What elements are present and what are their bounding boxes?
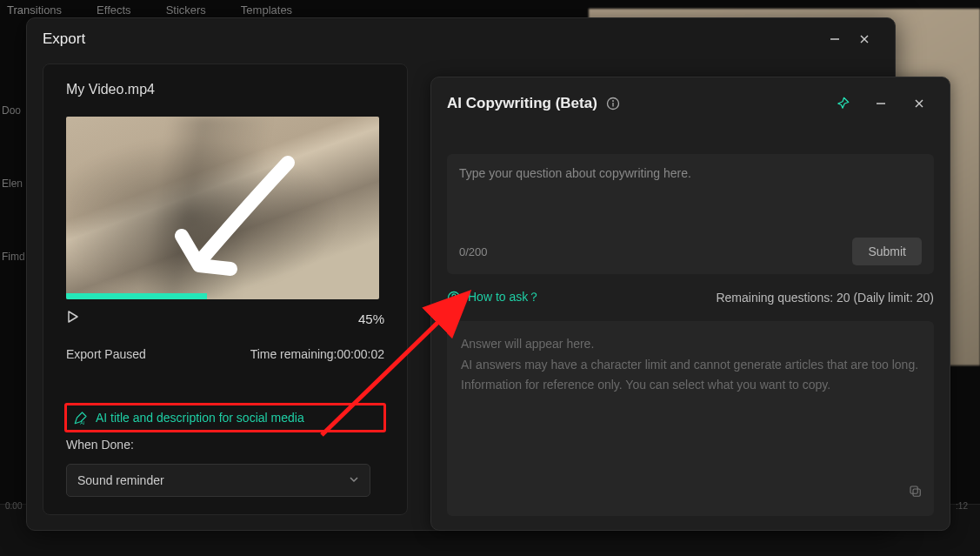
ai-answer-placeholder-1: Answer will appear here. <box>461 335 920 354</box>
ai-char-count: 0/200 <box>459 245 488 258</box>
when-done-label: When Done: <box>66 438 384 452</box>
export-time-remaining: Time remaining:00:00:02 <box>250 347 384 361</box>
ai-question-box: 0/200 Submit <box>447 154 934 274</box>
export-preview <box>66 117 379 299</box>
svg-rect-14 <box>910 486 917 493</box>
export-progress-card: My Video.mp4 45% Export Paused Time rema… <box>43 64 408 515</box>
ai-answer-box: Answer will appear here. AI answers may … <box>447 321 934 516</box>
ai-close-button[interactable] <box>904 91 934 116</box>
ai-link-label: AI title and description for social medi… <box>96 411 304 425</box>
export-percent: 45% <box>358 311 384 326</box>
minimize-button[interactable] <box>820 27 850 51</box>
ai-answer-placeholder-2: AI answers may have a character limit an… <box>461 356 920 375</box>
export-titlebar: Export <box>27 18 895 60</box>
info-icon[interactable] <box>606 97 620 111</box>
question-circle-icon <box>447 291 461 305</box>
how-to-ask-label: How to ask？ <box>468 290 540 305</box>
ai-copywriting-panel: AI Copywriting (Beta) 0/200 Submit <box>430 77 950 531</box>
ai-minimize-button[interactable] <box>866 91 896 116</box>
export-title: Export <box>43 30 85 48</box>
svg-rect-13 <box>913 489 920 496</box>
bg-sidebar: Doo Elen Fimd <box>0 104 28 324</box>
bg-tab[interactable]: Templates <box>241 3 292 17</box>
svg-marker-3 <box>69 311 77 322</box>
pin-icon[interactable] <box>828 91 857 116</box>
ai-answer-placeholder-3: Information for reference only. You can … <box>461 376 920 395</box>
export-status: Export Paused <box>66 347 146 361</box>
close-button[interactable] <box>850 27 879 51</box>
ai-panel-title: AI Copywriting (Beta) <box>447 95 597 112</box>
play-button[interactable] <box>66 310 80 328</box>
chevron-down-icon <box>349 473 359 487</box>
bg-tab[interactable]: Effects <box>97 3 131 17</box>
bg-time-left: 0.00 <box>5 501 22 511</box>
when-done-select[interactable]: Sound reminder <box>66 464 370 497</box>
copy-icon[interactable] <box>908 484 923 506</box>
export-filename: My Video.mp4 <box>66 82 384 97</box>
export-progress-bar <box>66 293 207 299</box>
ai-pen-icon: AI <box>73 410 89 425</box>
bg-tab[interactable]: Stickers <box>166 3 206 17</box>
ai-submit-button[interactable]: Submit <box>852 238 922 265</box>
bg-tab[interactable]: Transitions <box>7 3 62 17</box>
when-done-value: Sound reminder <box>77 473 164 487</box>
ai-remaining-questions: Remaining questions: 20 (Daily limit: 20… <box>716 291 934 305</box>
how-to-ask-link[interactable]: How to ask？ <box>447 290 540 305</box>
svg-text:AI: AI <box>80 420 84 425</box>
ai-title-description-link[interactable]: AI AI title and description for social m… <box>66 405 384 431</box>
bg-time-right: :12 <box>956 501 968 511</box>
ai-question-input[interactable] <box>459 166 922 227</box>
svg-point-12 <box>453 300 455 302</box>
svg-point-6 <box>612 100 614 102</box>
